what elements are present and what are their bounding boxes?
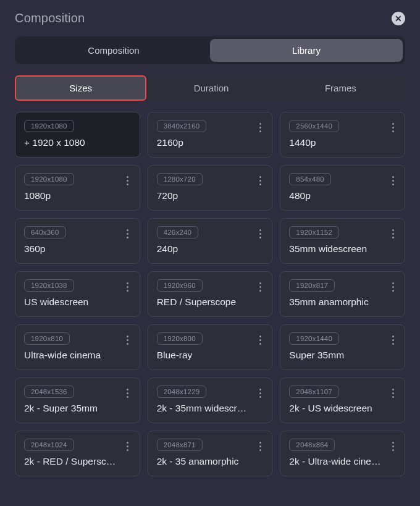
more-icon[interactable]	[122, 173, 133, 188]
size-card[interactable]: 2048x10242k - RED / Superscope	[15, 431, 140, 476]
size-card[interactable]: 1920x10801080p	[15, 165, 140, 211]
more-icon[interactable]	[387, 386, 398, 400]
resolution-pill: 1920x817	[289, 279, 335, 292]
more-icon[interactable]	[254, 173, 266, 188]
more-icon[interactable]	[122, 439, 133, 453]
size-card-label: 2k - 35 anamorphic	[157, 456, 250, 467]
size-card[interactable]: 1920x800Blue-ray	[148, 324, 273, 370]
more-icon[interactable]	[254, 332, 266, 347]
size-card[interactable]: 3840x21602160p	[148, 112, 273, 158]
resolution-pill: 1920x1152	[289, 226, 339, 238]
size-card-label: Ultra-wide cinema	[24, 350, 117, 361]
size-grid: 1920x1080+ 1920 x 10803840x21602160p2560…	[4, 112, 416, 487]
size-card-label: 35mm widescreen	[289, 243, 382, 255]
size-card-label: 1440p	[289, 137, 382, 148]
size-card-label: 1080p	[24, 190, 117, 201]
more-icon[interactable]	[387, 173, 398, 188]
size-card-label: 35mm anamorphic	[289, 297, 382, 308]
resolution-pill: 2048x871	[157, 439, 203, 451]
resolution-pill: 1920x1038	[24, 279, 74, 292]
size-card-label: 480p	[289, 190, 382, 201]
size-card[interactable]: 1920x115235mm widescreen	[280, 218, 405, 264]
more-icon[interactable]	[122, 279, 133, 294]
size-card-label: 360p	[24, 243, 117, 255]
size-card[interactable]: 426x240240p	[148, 218, 273, 264]
more-icon[interactable]	[387, 332, 398, 347]
size-card-label: 2k - Super 35mm	[24, 403, 117, 414]
resolution-pill: 1920x800	[157, 332, 203, 345]
resolution-pill: 426x240	[157, 226, 199, 238]
size-card-label: 2k - RED / Superscope	[24, 456, 117, 467]
size-card-label: 2k - US widescreen	[289, 403, 382, 414]
more-icon[interactable]	[254, 279, 266, 294]
size-card[interactable]: 1920x1080+ 1920 x 1080	[15, 112, 140, 158]
more-icon[interactable]	[254, 120, 266, 135]
size-card[interactable]: 2048x11072k - US widescreen	[280, 377, 405, 423]
size-card[interactable]: 1920x960RED / Superscope	[148, 271, 273, 317]
size-card[interactable]: 854x480480p	[280, 165, 405, 211]
size-card-label: 2k - Ultra-wide cinema	[289, 456, 382, 467]
panel-title: Composition	[15, 11, 85, 25]
composition-panel: Composition ✕ Composition Library Sizes …	[0, 0, 420, 506]
resolution-pill: 1920x960	[157, 279, 203, 292]
resolution-pill: 640x360	[24, 226, 66, 238]
more-icon[interactable]	[387, 439, 398, 453]
more-icon[interactable]	[254, 439, 266, 453]
subtab-duration[interactable]: Duration	[146, 75, 275, 101]
resolution-pill: 2048x1024	[24, 439, 74, 451]
more-icon[interactable]	[122, 226, 133, 241]
resolution-pill: 1920x1440	[289, 332, 339, 345]
size-card[interactable]: 1920x810Ultra-wide cinema	[15, 324, 140, 370]
resolution-pill: 1920x1080	[24, 120, 74, 132]
more-icon[interactable]	[387, 279, 398, 294]
size-card[interactable]: 1280x720720p	[148, 165, 273, 211]
resolution-pill: 2048x1229	[157, 386, 207, 398]
size-card[interactable]: 2048x15362k - Super 35mm	[15, 377, 140, 423]
more-icon[interactable]	[387, 120, 398, 135]
size-card[interactable]: 2048x8642k - Ultra-wide cinema	[280, 431, 405, 476]
resolution-pill: 3840x2160	[157, 120, 207, 132]
size-card[interactable]: 2048x12292k - 35mm widescreen	[148, 377, 273, 423]
resolution-pill: 2048x1107	[289, 386, 339, 398]
size-card[interactable]: 1920x81735mm anamorphic	[280, 271, 405, 317]
tab-composition[interactable]: Composition	[17, 39, 210, 62]
more-icon[interactable]	[387, 226, 398, 241]
close-icon[interactable]: ✕	[392, 12, 405, 25]
more-icon[interactable]	[254, 386, 266, 400]
size-card[interactable]: 2560x14401440p	[280, 112, 405, 158]
resolution-pill: 854x480	[289, 173, 331, 185]
resolution-pill: 2048x864	[289, 439, 335, 451]
more-icon[interactable]	[122, 332, 133, 347]
size-card-label: 2160p	[157, 137, 250, 148]
size-card[interactable]: 2048x8712k - 35 anamorphic	[148, 431, 273, 476]
size-card-label: US widescreen	[24, 297, 117, 308]
size-card-label: Blue-ray	[157, 350, 250, 361]
size-card-label: + 1920 x 1080	[24, 137, 117, 148]
subtab-frames[interactable]: Frames	[276, 75, 405, 101]
subtab-sizes[interactable]: Sizes	[15, 75, 146, 101]
resolution-pill: 2048x1536	[24, 386, 74, 398]
resolution-pill: 1280x720	[157, 173, 203, 185]
size-card[interactable]: 1920x1440Super 35mm	[280, 324, 405, 370]
resolution-pill: 1920x810	[24, 332, 70, 345]
main-tab-row: Composition Library	[15, 36, 405, 64]
size-card-label: 720p	[157, 190, 250, 201]
resolution-pill: 2560x1440	[289, 120, 339, 132]
size-card-label: 2k - 35mm widescreen	[157, 403, 250, 414]
size-card-label: Super 35mm	[289, 350, 382, 361]
panel-header: Composition ✕	[4, 4, 416, 36]
tab-library[interactable]: Library	[210, 39, 403, 62]
size-card-label: 240p	[157, 243, 250, 255]
sub-tab-row: Sizes Duration Frames	[15, 75, 405, 101]
more-icon[interactable]	[254, 226, 266, 241]
size-card-label: RED / Superscope	[157, 297, 250, 308]
resolution-pill: 1920x1080	[24, 173, 74, 185]
more-icon[interactable]	[122, 386, 133, 400]
size-card[interactable]: 640x360360p	[15, 218, 140, 264]
size-card[interactable]: 1920x1038US widescreen	[15, 271, 140, 317]
